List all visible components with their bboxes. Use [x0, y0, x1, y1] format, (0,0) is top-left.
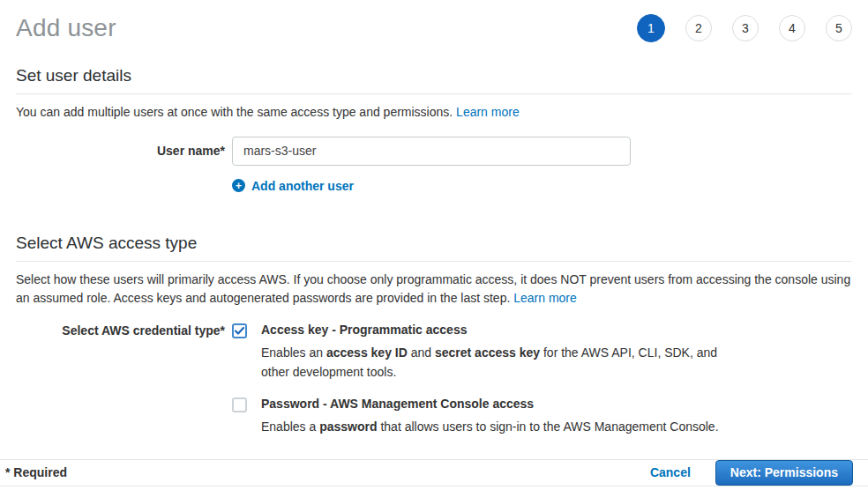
access-key-option-body: Access key - Programmatic access Enables… — [261, 323, 737, 382]
user-details-learn-more-link[interactable]: Learn more — [456, 105, 520, 119]
step-5: 5 — [826, 15, 852, 41]
credential-options: Access key - Programmatic access Enables… — [232, 323, 737, 436]
access-key-desc-part: and — [408, 345, 435, 360]
footer-actions: Cancel Next: Permissions — [650, 460, 853, 486]
step-4: 4 — [779, 15, 805, 41]
option-access-key: Access key - Programmatic access Enables… — [232, 323, 737, 382]
step-2-number: 2 — [695, 21, 702, 35]
user-details-heading: Set user details — [16, 66, 852, 94]
footer-strip — [0, 486, 868, 490]
page-footer: * Required Cancel Next: Permissions — [0, 459, 868, 486]
access-key-desc-bold: access key ID — [326, 345, 408, 360]
user-details-intro: You can add multiple users at once with … — [16, 103, 852, 122]
cancel-button[interactable]: Cancel — [650, 465, 691, 479]
page-header: Add user 1 2 3 4 5 — [0, 0, 868, 43]
step-4-number: 4 — [789, 21, 796, 35]
user-details-intro-text: You can add multiple users at once with … — [16, 105, 453, 119]
add-another-user-button[interactable]: + Add another user — [232, 179, 354, 193]
password-option-body: Password - AWS Management Console access… — [261, 397, 719, 436]
step-2: 2 — [685, 15, 712, 41]
step-1: 1 — [637, 14, 665, 42]
access-type-learn-more-link[interactable]: Learn more — [513, 291, 577, 305]
access-key-description: Enables an access key ID and secret acce… — [261, 343, 737, 382]
step-3-number: 3 — [742, 21, 749, 35]
username-label: User name* — [16, 137, 232, 158]
step-indicator: 1 2 3 4 5 — [637, 14, 852, 42]
next-permissions-button[interactable]: Next: Permissions — [715, 460, 853, 486]
plus-circle-icon: + — [232, 179, 245, 192]
password-desc-bold: password — [319, 419, 377, 434]
password-desc-part: that allows users to sign-in to the AWS … — [378, 419, 719, 434]
step-3: 3 — [732, 15, 759, 41]
step-5-number: 5 — [835, 21, 842, 35]
username-row: User name* — [16, 137, 852, 166]
option-password: Password - AWS Management Console access… — [232, 397, 737, 436]
access-type-intro: Select how these users will primarily ac… — [16, 271, 852, 308]
access-key-desc-part: Enables an — [261, 345, 326, 360]
step-1-number: 1 — [647, 21, 655, 35]
credential-type-row: Select AWS credential type* Access key -… — [16, 323, 852, 436]
password-title: Password - AWS Management Console access — [261, 397, 719, 412]
section-user-details: Set user details You can add multiple us… — [16, 66, 852, 193]
add-user-page: Add user 1 2 3 4 5 Set user details You … — [0, 0, 868, 490]
username-input[interactable] — [232, 137, 631, 166]
access-key-desc-bold: secret access key — [435, 345, 540, 360]
access-type-intro-text: Select how these users will primarily ac… — [16, 272, 850, 305]
password-description: Enables a password that allows users to … — [261, 417, 719, 436]
required-note: * Required — [5, 465, 67, 479]
access-key-title: Access key - Programmatic access — [261, 323, 737, 338]
password-desc-part: Enables a — [261, 419, 319, 434]
credential-type-label: Select AWS credential type* — [16, 323, 232, 338]
add-another-user-label: Add another user — [251, 179, 354, 193]
password-checkbox[interactable] — [232, 397, 247, 412]
page-content: Set user details You can add multiple us… — [0, 43, 868, 436]
section-access-type: Select AWS access type Select how these … — [16, 234, 852, 436]
page-title: Add user — [16, 14, 116, 42]
access-key-checkbox[interactable] — [232, 323, 247, 338]
access-type-heading: Select AWS access type — [16, 234, 852, 262]
